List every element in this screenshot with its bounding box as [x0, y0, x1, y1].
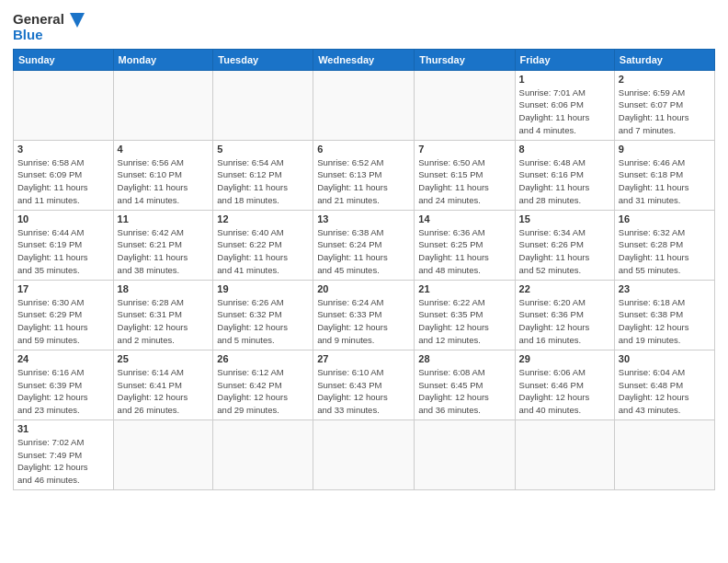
- day-cell: [213, 419, 313, 489]
- day-info: Sunrise: 6:24 AMSunset: 6:33 PMDaylight:…: [317, 296, 410, 347]
- day-info: Sunrise: 6:04 AMSunset: 6:48 PMDaylight:…: [619, 366, 711, 417]
- calendar: SundayMondayTuesdayWednesdayThursdayFrid…: [13, 49, 715, 490]
- day-info: Sunrise: 6:14 AMSunset: 6:41 PMDaylight:…: [118, 366, 210, 417]
- weekday-header-monday: Monday: [113, 49, 213, 70]
- day-info: Sunrise: 6:52 AMSunset: 6:13 PMDaylight:…: [317, 156, 410, 207]
- day-cell: 29Sunrise: 6:06 AMSunset: 6:46 PMDayligh…: [515, 350, 614, 419]
- day-info: Sunrise: 6:54 AMSunset: 6:12 PMDaylight:…: [217, 156, 309, 207]
- week-row-3: 17Sunrise: 6:30 AMSunset: 6:29 PMDayligh…: [14, 280, 715, 350]
- day-number: 7: [418, 144, 510, 155]
- day-number: 22: [519, 283, 610, 294]
- day-number: 8: [519, 144, 610, 155]
- logo-blue: Blue: [13, 28, 43, 43]
- day-info: Sunrise: 6:18 AMSunset: 6:38 PMDaylight:…: [619, 296, 711, 347]
- day-info: Sunrise: 6:34 AMSunset: 6:26 PMDaylight:…: [519, 226, 610, 277]
- logo-general: General: [13, 12, 64, 28]
- day-number: 4: [118, 144, 210, 155]
- day-cell: 8Sunrise: 6:48 AMSunset: 6:16 PMDaylight…: [515, 140, 614, 210]
- day-number: 14: [418, 213, 510, 224]
- day-info: Sunrise: 6:12 AMSunset: 6:42 PMDaylight:…: [217, 366, 309, 417]
- weekday-header-saturday: Saturday: [614, 49, 714, 70]
- day-cell: 23Sunrise: 6:18 AMSunset: 6:38 PMDayligh…: [614, 280, 714, 350]
- weekday-header-row: SundayMondayTuesdayWednesdayThursdayFrid…: [14, 49, 715, 70]
- day-cell: [313, 419, 415, 489]
- day-number: 3: [17, 144, 109, 155]
- header: General Blue: [13, 9, 715, 43]
- day-cell: 19Sunrise: 6:26 AMSunset: 6:32 PMDayligh…: [213, 280, 313, 350]
- logo-triangle-icon: [66, 9, 86, 29]
- day-cell: 27Sunrise: 6:10 AMSunset: 6:43 PMDayligh…: [313, 350, 415, 419]
- day-info: Sunrise: 6:08 AMSunset: 6:45 PMDaylight:…: [418, 366, 510, 417]
- day-number: 23: [619, 283, 711, 294]
- day-info: Sunrise: 6:40 AMSunset: 6:22 PMDaylight:…: [217, 226, 309, 277]
- day-cell: [14, 70, 114, 140]
- day-cell: 6Sunrise: 6:52 AMSunset: 6:13 PMDaylight…: [313, 140, 415, 210]
- day-number: 24: [17, 353, 109, 364]
- day-info: Sunrise: 6:30 AMSunset: 6:29 PMDaylight:…: [17, 296, 109, 347]
- day-info: Sunrise: 6:50 AMSunset: 6:15 PMDaylight:…: [418, 156, 510, 207]
- day-cell: 26Sunrise: 6:12 AMSunset: 6:42 PMDayligh…: [213, 350, 313, 419]
- day-info: Sunrise: 6:28 AMSunset: 6:31 PMDaylight:…: [118, 296, 210, 347]
- day-number: 2: [619, 74, 711, 85]
- day-number: 9: [619, 144, 711, 155]
- weekday-header-friday: Friday: [515, 49, 614, 70]
- day-info: Sunrise: 6:36 AMSunset: 6:25 PMDaylight:…: [418, 226, 510, 277]
- day-number: 6: [317, 144, 410, 155]
- logo-container: General Blue: [13, 9, 86, 43]
- day-cell: 15Sunrise: 6:34 AMSunset: 6:26 PMDayligh…: [515, 210, 614, 280]
- day-info: Sunrise: 6:48 AMSunset: 6:16 PMDaylight:…: [519, 156, 610, 207]
- day-info: Sunrise: 6:46 AMSunset: 6:18 PMDaylight:…: [619, 156, 711, 207]
- day-info: Sunrise: 6:10 AMSunset: 6:43 PMDaylight:…: [317, 366, 410, 417]
- day-number: 13: [317, 213, 410, 224]
- day-number: 27: [317, 353, 410, 364]
- day-cell: 24Sunrise: 6:16 AMSunset: 6:39 PMDayligh…: [14, 350, 114, 419]
- day-info: Sunrise: 6:58 AMSunset: 6:09 PMDaylight:…: [17, 156, 109, 207]
- day-number: 30: [619, 353, 711, 364]
- day-info: Sunrise: 7:02 AMSunset: 7:49 PMDaylight:…: [17, 436, 109, 487]
- day-number: 1: [519, 74, 610, 85]
- day-number: 18: [118, 283, 210, 294]
- day-cell: 1Sunrise: 7:01 AMSunset: 6:06 PMDaylight…: [515, 70, 614, 140]
- week-row-1: 3Sunrise: 6:58 AMSunset: 6:09 PMDaylight…: [14, 140, 715, 210]
- day-info: Sunrise: 6:32 AMSunset: 6:28 PMDaylight:…: [619, 226, 711, 277]
- day-cell: 21Sunrise: 6:22 AMSunset: 6:35 PMDayligh…: [415, 280, 515, 350]
- day-cell: 28Sunrise: 6:08 AMSunset: 6:45 PMDayligh…: [415, 350, 515, 419]
- day-cell: 30Sunrise: 6:04 AMSunset: 6:48 PMDayligh…: [614, 350, 714, 419]
- day-number: 31: [17, 423, 109, 434]
- weekday-header-wednesday: Wednesday: [313, 49, 415, 70]
- day-cell: 5Sunrise: 6:54 AMSunset: 6:12 PMDaylight…: [213, 140, 313, 210]
- day-cell: 13Sunrise: 6:38 AMSunset: 6:24 PMDayligh…: [313, 210, 415, 280]
- day-number: 29: [519, 353, 610, 364]
- day-cell: 9Sunrise: 6:46 AMSunset: 6:18 PMDaylight…: [614, 140, 714, 210]
- day-cell: 4Sunrise: 6:56 AMSunset: 6:10 PMDaylight…: [113, 140, 213, 210]
- weekday-header-sunday: Sunday: [14, 49, 114, 70]
- day-cell: [614, 419, 714, 489]
- day-cell: 2Sunrise: 6:59 AMSunset: 6:07 PMDaylight…: [614, 70, 714, 140]
- day-cell: 22Sunrise: 6:20 AMSunset: 6:36 PMDayligh…: [515, 280, 614, 350]
- day-info: Sunrise: 6:16 AMSunset: 6:39 PMDaylight:…: [17, 366, 109, 417]
- day-cell: 25Sunrise: 6:14 AMSunset: 6:41 PMDayligh…: [113, 350, 213, 419]
- svg-marker-0: [70, 13, 85, 28]
- day-info: Sunrise: 6:44 AMSunset: 6:19 PMDaylight:…: [17, 226, 109, 277]
- day-cell: 31Sunrise: 7:02 AMSunset: 7:49 PMDayligh…: [14, 419, 114, 489]
- day-number: 26: [217, 353, 309, 364]
- day-info: Sunrise: 7:01 AMSunset: 6:06 PMDaylight:…: [519, 86, 610, 137]
- day-cell: 20Sunrise: 6:24 AMSunset: 6:33 PMDayligh…: [313, 280, 415, 350]
- day-cell: 18Sunrise: 6:28 AMSunset: 6:31 PMDayligh…: [113, 280, 213, 350]
- page: General Blue SundayMondayTuesdayWednesda…: [0, 0, 728, 563]
- week-row-5: 31Sunrise: 7:02 AMSunset: 7:49 PMDayligh…: [14, 419, 715, 489]
- day-number: 21: [418, 283, 510, 294]
- day-info: Sunrise: 6:06 AMSunset: 6:46 PMDaylight:…: [519, 366, 610, 417]
- day-cell: 16Sunrise: 6:32 AMSunset: 6:28 PMDayligh…: [614, 210, 714, 280]
- day-cell: [113, 419, 213, 489]
- week-row-0: 1Sunrise: 7:01 AMSunset: 6:06 PMDaylight…: [14, 70, 715, 140]
- day-cell: 14Sunrise: 6:36 AMSunset: 6:25 PMDayligh…: [415, 210, 515, 280]
- day-number: 15: [519, 213, 610, 224]
- day-number: 16: [619, 213, 711, 224]
- day-cell: [415, 419, 515, 489]
- weekday-header-tuesday: Tuesday: [213, 49, 313, 70]
- day-info: Sunrise: 6:59 AMSunset: 6:07 PMDaylight:…: [619, 86, 711, 137]
- day-number: 10: [17, 213, 109, 224]
- day-number: 11: [118, 213, 210, 224]
- day-cell: [313, 70, 415, 140]
